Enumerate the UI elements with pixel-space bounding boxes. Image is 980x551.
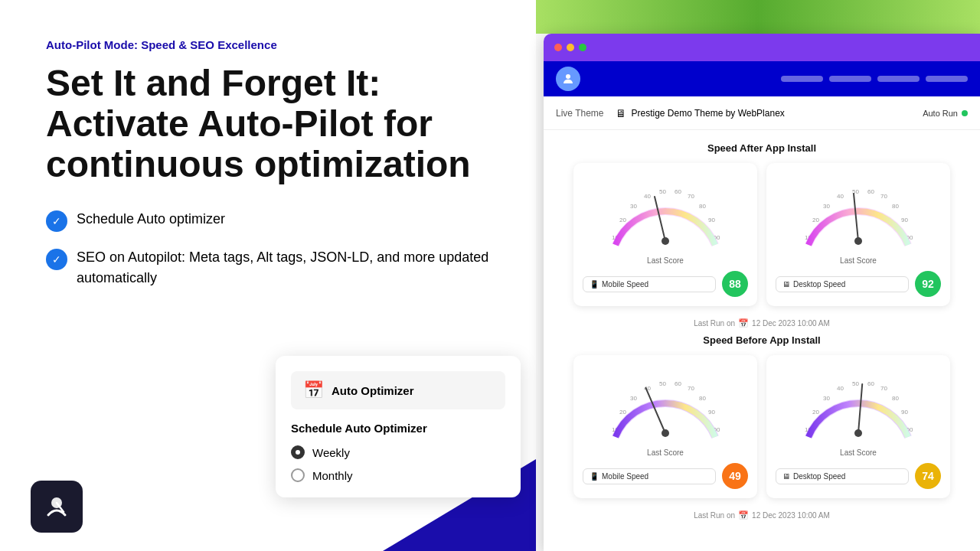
left-panel: Auto-Pilot Mode: Speed & SEO Excellence …: [0, 0, 536, 551]
radio-group: Weekly Monthly: [291, 445, 505, 482]
svg-text:80: 80: [699, 203, 706, 210]
radio-monthly-label: Monthly: [312, 469, 353, 482]
radio-weekly-circle: [291, 445, 305, 459]
svg-point-49: [854, 429, 862, 437]
desktop-score-number-before: 74: [915, 463, 941, 489]
content-area: Speed After App Install: [544, 130, 980, 551]
last-run-before: Last Run on 📅 12 Dec 2023 10:00 AM: [556, 504, 968, 527]
main-title: Set It and Forget It: Activate Auto-Pilo…: [46, 64, 490, 184]
svg-text:30: 30: [823, 203, 830, 210]
desktop-gauge-after-container: 10 20 30 40 50 60 70 80 90 100: [776, 172, 941, 256]
checklist-item-2: ✓ SEO on Autopilot: Meta tags, Alt tags,…: [46, 247, 490, 289]
radio-monthly[interactable]: Monthly: [291, 468, 505, 482]
app-logo: [31, 481, 83, 533]
checklist: ✓ Schedule Auto optimizer ✓ SEO on Autop…: [46, 209, 490, 289]
svg-line-24: [854, 194, 858, 241]
desktop-score-badge-before: 🖥 Desktop Speed 74: [776, 463, 941, 489]
nav-bar-2: [829, 76, 871, 82]
green-top-bar: [536, 0, 980, 34]
auto-run-indicator: [962, 110, 968, 116]
checklist-item-1-text: Schedule Auto optimizer: [77, 209, 225, 230]
nav-bars: [781, 76, 968, 82]
mobile-speed-label: 📱 Mobile Speed: [583, 276, 716, 292]
mobile-score-badge-before: 📱 Mobile Speed 49: [583, 463, 748, 489]
nav-bar-3: [877, 76, 920, 82]
svg-text:60: 60: [867, 380, 874, 387]
svg-text:80: 80: [892, 203, 899, 210]
desktop-speed-before-card: 10 20 30 40 50 60 70 80 90 100: [766, 355, 950, 498]
svg-line-12: [655, 197, 665, 241]
svg-text:90: 90: [708, 217, 715, 223]
last-run-after-date: 12 Dec 2023 10:00 AM: [752, 319, 830, 328]
svg-line-48: [854, 384, 867, 433]
desktop-before-icon: 🖥: [782, 472, 790, 481]
mobile-speed-before-label: 📱 Mobile Speed: [583, 468, 716, 484]
last-run-after: Last Run on 📅 12 Dec 2023 10:00 AM: [556, 312, 968, 334]
desktop-last-score-after-label: Last Score: [776, 256, 941, 265]
desktop-score-badge-after: 🖥 Desktop Speed 92: [776, 271, 941, 297]
check-icon-2: ✓: [46, 249, 67, 270]
browser-dot-green: [579, 44, 586, 51]
schedule-title: Schedule Auto Optimizer: [291, 422, 505, 435]
mobile-speed-before-text: Mobile Speed: [602, 472, 648, 481]
svg-text:80: 80: [892, 395, 899, 402]
svg-text:60: 60: [675, 380, 681, 387]
svg-text:40: 40: [837, 385, 844, 392]
optimizer-card: 📅 Auto Optimizer Schedule Auto Optimizer…: [276, 356, 521, 497]
browser-nav: [544, 61, 980, 96]
svg-text:40: 40: [837, 193, 844, 200]
check-icon-1: ✓: [46, 210, 67, 232]
theme-name-text: Prestige Demo Theme by WebPlanex: [631, 108, 784, 119]
desktop-speed-label: 🖥 Desktop Speed: [776, 276, 909, 292]
svg-text:90: 90: [901, 409, 908, 416]
radio-weekly[interactable]: Weekly: [291, 445, 505, 459]
svg-point-37: [662, 429, 669, 437]
mobile-score-badge-after: 📱 Mobile Speed 88: [583, 271, 748, 297]
calendar-optimizer-icon: 📅: [303, 380, 324, 400]
svg-text:90: 90: [901, 217, 908, 223]
calendar-after-icon: 📅: [738, 318, 749, 328]
mobile-last-score-before-label: Last Score: [583, 448, 748, 457]
mobile-icon: 📱: [590, 280, 599, 289]
desktop-gauge-before-container: 10 20 30 40 50 60 70 80 90 100: [776, 364, 941, 448]
tab-live-theme[interactable]: Live Theme: [556, 105, 603, 122]
desktop-speed-before-text: Desktop Speed: [793, 472, 845, 481]
mobile-speed-text: Mobile Speed: [602, 280, 648, 289]
svg-text:50: 50: [852, 380, 859, 387]
svg-text:20: 20: [812, 217, 819, 223]
browser-dot-red: [554, 44, 562, 51]
svg-text:60: 60: [675, 188, 681, 195]
svg-text:30: 30: [630, 395, 637, 402]
mobile-speed-after-card: 10 20 30 40 50 60 70 80 90 100: [573, 163, 757, 306]
svg-text:20: 20: [619, 409, 626, 416]
desktop-last-score-before-label: Last Score: [776, 448, 941, 457]
checklist-item-2-text: SEO on Autopilot: Meta tags, Alt tags, J…: [77, 247, 490, 289]
right-panel: Live Theme 🖥 Prestige Demo Theme by WebP…: [536, 0, 980, 551]
last-run-before-text: Last Run on: [694, 511, 735, 520]
svg-text:30: 30: [630, 203, 637, 210]
browser-dot-yellow: [567, 44, 574, 51]
svg-text:70: 70: [880, 385, 887, 392]
monitor-icon: 🖥: [616, 107, 626, 119]
desktop-score-number-after: 92: [915, 271, 941, 297]
svg-text:70: 70: [880, 193, 887, 200]
desktop-speed-after-card: 10 20 30 40 50 60 70 80 90 100: [766, 163, 950, 306]
svg-text:90: 90: [708, 409, 715, 416]
desktop-icon: 🖥: [782, 280, 790, 289]
svg-line-36: [646, 386, 665, 435]
mobile-before-icon: 📱: [590, 472, 599, 481]
auto-run-badge: Auto Run: [923, 109, 968, 118]
svg-text:60: 60: [867, 188, 874, 195]
svg-point-13: [662, 237, 669, 245]
radio-weekly-label: Weekly: [312, 446, 350, 459]
speed-before-gauges: 10 20 30 40 50 60 70 80 90 100: [556, 355, 968, 498]
radio-monthly-circle: [291, 468, 305, 482]
svg-point-25: [854, 237, 862, 245]
svg-text:70: 70: [688, 193, 694, 200]
mobile-last-score-after-label: Last Score: [583, 256, 748, 265]
optimizer-title: Auto Optimizer: [332, 384, 414, 397]
svg-text:50: 50: [659, 380, 666, 387]
tab-bar: Live Theme 🖥 Prestige Demo Theme by WebP…: [544, 96, 980, 130]
svg-text:80: 80: [699, 395, 706, 402]
browser-chrome-bar: [544, 34, 980, 61]
